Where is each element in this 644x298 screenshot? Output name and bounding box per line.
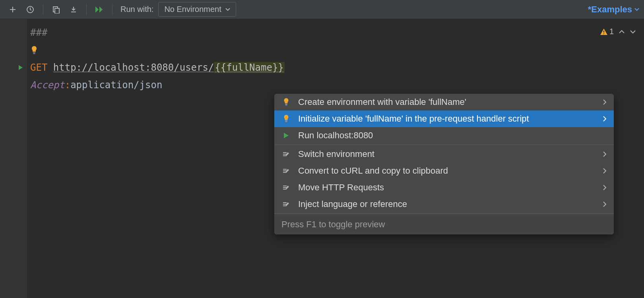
chevron-down-icon[interactable] xyxy=(630,29,636,34)
import-icon[interactable] xyxy=(66,2,81,17)
run-with-label: Run with: xyxy=(120,5,153,14)
chevron-down-icon xyxy=(634,8,639,11)
popup-item[interactable]: Switch environment xyxy=(274,146,614,163)
popup-item-label: Switch environment xyxy=(298,149,596,159)
lightbulb-icon xyxy=(281,114,291,123)
run-icon xyxy=(281,132,291,139)
popup-item-label: Move HTTP Requests xyxy=(298,182,596,193)
chevron-right-icon xyxy=(603,201,607,207)
svg-rect-3 xyxy=(33,52,35,53)
copy-icon[interactable] xyxy=(48,2,64,17)
inspection-bar: 1 xyxy=(600,27,636,36)
svg-rect-5 xyxy=(603,31,604,33)
chevron-right-icon xyxy=(603,184,607,191)
popup-separator xyxy=(274,145,614,145)
toolbar-separator xyxy=(86,4,87,15)
examples-link[interactable]: *Examples xyxy=(588,4,639,15)
intention-popup: Create environment with variable 'fullNa… xyxy=(274,94,614,234)
toolbar-separator xyxy=(112,4,113,15)
svg-rect-10 xyxy=(285,122,287,122)
intention-icon xyxy=(281,201,291,208)
popup-footer: Press F1 to toggle preview xyxy=(274,215,614,234)
chevron-right-icon xyxy=(603,116,607,122)
toolbar: Run with: No Environment *Examples xyxy=(0,0,644,19)
gutter-run-icon[interactable] xyxy=(0,59,27,76)
svg-rect-9 xyxy=(285,120,287,121)
lightbulb-icon xyxy=(281,98,291,106)
popup-item-label: Convert to cURL and copy to clipboard xyxy=(298,166,596,176)
intention-icon xyxy=(281,184,291,191)
warning-count: 1 xyxy=(609,27,614,36)
examples-label: *Examples xyxy=(588,4,632,15)
http-url: http://localhost:8080/users/{{fullName}} xyxy=(53,59,285,76)
popup-item[interactable]: Run localhost:8080 xyxy=(274,127,614,144)
intention-icon xyxy=(281,167,291,174)
popup-item[interactable]: Inject language or reference xyxy=(274,196,614,213)
chevron-right-icon xyxy=(603,151,607,157)
chevron-down-icon xyxy=(225,8,230,11)
lightbulb-icon[interactable] xyxy=(30,45,40,55)
popup-item[interactable]: Move HTTP Requests xyxy=(274,179,614,196)
chevron-up-icon[interactable] xyxy=(619,29,625,34)
warning-indicator[interactable]: 1 xyxy=(600,27,614,36)
header-value: application/json xyxy=(70,76,162,94)
run-all-icon[interactable] xyxy=(91,2,107,17)
popup-item[interactable]: Initialize variable 'fullName' in the pr… xyxy=(274,110,614,127)
svg-rect-7 xyxy=(285,104,287,104)
svg-rect-6 xyxy=(603,33,604,34)
popup-item-label: Create environment with variable 'fullNa… xyxy=(298,97,596,107)
add-icon[interactable] xyxy=(5,2,21,17)
popup-item-label: Inject language or reference xyxy=(298,199,596,209)
chevron-right-icon xyxy=(603,168,607,174)
warning-icon xyxy=(600,28,608,35)
editor: ### GET http://localhost:8080/users/{{fu… xyxy=(0,19,644,298)
toolbar-separator xyxy=(43,4,43,15)
environment-value: No Environment xyxy=(164,5,221,14)
http-method: GET xyxy=(30,59,47,76)
svg-rect-2 xyxy=(55,8,59,14)
url-variable: {{fullName}} xyxy=(214,62,284,73)
popup-item-label: Initialize variable 'fullName' in the pr… xyxy=(298,114,596,124)
chevron-right-icon xyxy=(603,99,607,105)
popup-item[interactable]: Convert to cURL and copy to clipboard xyxy=(274,163,614,179)
popup-separator xyxy=(274,213,614,214)
environment-dropdown[interactable]: No Environment xyxy=(158,2,236,17)
header-name: Accept xyxy=(30,76,65,94)
intention-icon xyxy=(281,151,291,158)
popup-item-label: Run localhost:8080 xyxy=(298,130,607,141)
svg-rect-4 xyxy=(33,53,35,54)
svg-rect-8 xyxy=(285,105,287,106)
popup-item[interactable]: Create environment with variable 'fullNa… xyxy=(274,94,614,110)
gutter xyxy=(0,19,27,298)
request-separator: ### xyxy=(30,24,47,41)
history-icon[interactable] xyxy=(22,2,38,17)
